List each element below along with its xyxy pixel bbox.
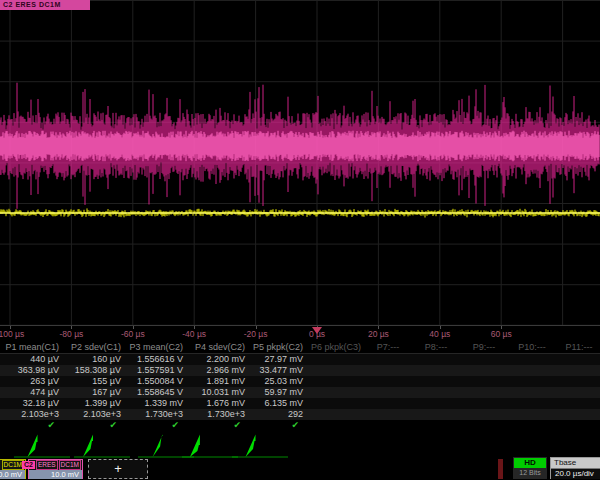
measure-cell: 25.03 mV bbox=[250, 376, 308, 387]
c2-coupling-badge: DC1M bbox=[59, 460, 81, 470]
measure-cell bbox=[412, 376, 460, 387]
measure-cell bbox=[364, 409, 412, 420]
measure-cell: 440 µV bbox=[0, 354, 64, 365]
measure-cell: 155 µV bbox=[64, 376, 126, 387]
measure-cell bbox=[364, 354, 412, 365]
time-axis-label: 20 µs bbox=[356, 329, 400, 339]
time-axis-tick bbox=[440, 326, 441, 329]
measure-cell bbox=[364, 365, 412, 376]
add-trace-button[interactable]: + bbox=[88, 459, 148, 479]
measure-cell: 2.103e+3 bbox=[64, 409, 126, 420]
measure-header-p3[interactable]: P3 mean(C2) bbox=[126, 341, 188, 353]
measure-cell bbox=[556, 354, 600, 365]
measure-header-p4[interactable]: P4 sdev(C2) bbox=[188, 341, 250, 353]
time-axis-tick bbox=[501, 326, 502, 329]
measure-header-p8[interactable]: P8:--- bbox=[412, 341, 460, 353]
measure-status-icon bbox=[556, 420, 600, 431]
measure-status-icon: ✔ bbox=[188, 420, 250, 431]
measure-cell bbox=[308, 354, 364, 365]
measure-header-p11[interactable]: P11:--- bbox=[556, 341, 600, 353]
measure-row-min: 263 µV155 µV1.550084 V1.891 mV25.03 mV bbox=[0, 376, 600, 387]
measure-cell bbox=[508, 354, 556, 365]
bit-depth-label: 12 Bits bbox=[513, 468, 547, 478]
measure-cell bbox=[412, 365, 460, 376]
measure-status-icon bbox=[412, 420, 460, 431]
waveform-grid[interactable]: C2 ERES DC1M bbox=[0, 0, 600, 326]
measure-cell bbox=[460, 365, 508, 376]
measure-header-p6[interactable]: P6 pkpk(C3) bbox=[308, 341, 364, 353]
measure-header-p9[interactable]: P9:--- bbox=[460, 341, 508, 353]
measure-cell bbox=[308, 376, 364, 387]
measure-cell: 59.97 mV bbox=[250, 387, 308, 398]
measure-cell: 1.891 mV bbox=[188, 376, 250, 387]
measure-status-icon bbox=[364, 420, 412, 431]
timebase-descriptor[interactable]: Tbase 20.0 µs/div bbox=[550, 457, 600, 479]
measure-cell bbox=[308, 409, 364, 420]
time-axis-tick bbox=[256, 326, 257, 329]
hd-mode-block[interactable]: HD 12 Bits bbox=[513, 457, 547, 479]
measure-cell bbox=[412, 387, 460, 398]
measure-cell: 1.730e+3 bbox=[126, 409, 188, 420]
measure-header-p2[interactable]: P2 sdev(C1) bbox=[64, 341, 126, 353]
measure-cell bbox=[460, 398, 508, 409]
measure-status-icon bbox=[508, 420, 556, 431]
timebase-value: 20.0 µs/div bbox=[551, 469, 600, 479]
measure-cell: 158.308 µV bbox=[64, 365, 126, 376]
measure-cell bbox=[460, 354, 508, 365]
measure-cell bbox=[508, 398, 556, 409]
measure-cell: 1.730e+3 bbox=[188, 409, 250, 420]
measure-cell: 1.676 mV bbox=[188, 398, 250, 409]
measure-cell: 1.339 mV bbox=[126, 398, 188, 409]
measurement-table: P1 mean(C1)P2 sdev(C1)P3 mean(C2)P4 sdev… bbox=[0, 341, 600, 431]
measure-header-p1[interactable]: P1 mean(C1) bbox=[0, 341, 64, 353]
measure-status-icon: ✔ bbox=[0, 420, 64, 431]
time-axis-label: -20 µs bbox=[234, 329, 278, 339]
measure-status-icon bbox=[460, 420, 508, 431]
measure-header-p10[interactable]: P10:--- bbox=[508, 341, 556, 353]
measure-header-p5[interactable]: P5 pkpk(C2) bbox=[250, 341, 308, 353]
measure-cell: 263 µV bbox=[0, 376, 64, 387]
time-axis-tick bbox=[133, 326, 134, 329]
measure-cell bbox=[308, 365, 364, 376]
measure-cell bbox=[508, 376, 556, 387]
measure-row-num: 2.103e+32.103e+31.730e+31.730e+3292 bbox=[0, 409, 600, 420]
measure-cell: 1.399 µV bbox=[64, 398, 126, 409]
time-axis-label: -100 µs bbox=[0, 329, 32, 339]
measure-row-sdev: 32.18 µV1.399 µV1.339 mV1.676 mV6.135 mV bbox=[0, 398, 600, 409]
measure-row-mean: 363.98 µV158.308 µV1.557591 V2.966 mV33.… bbox=[0, 365, 600, 376]
measure-cell bbox=[508, 365, 556, 376]
time-axis-tick bbox=[71, 326, 72, 329]
trigger-position-marker[interactable] bbox=[312, 327, 322, 334]
c1-coupling-badge: DC1M bbox=[2, 460, 24, 470]
measure-cell: 160 µV bbox=[64, 354, 126, 365]
timebase-title: Tbase bbox=[551, 458, 600, 469]
measure-header-p7[interactable]: P7:--- bbox=[364, 341, 412, 353]
time-axis-label: -60 µs bbox=[111, 329, 155, 339]
measure-status-icon bbox=[308, 420, 364, 431]
measure-cell: 10.031 mV bbox=[188, 387, 250, 398]
channel-descriptor-c2[interactable]: C2 ERES DC1M 10.0 mV bbox=[28, 459, 83, 479]
c2-channel-badge: C2 bbox=[22, 461, 35, 469]
measure-cell bbox=[364, 387, 412, 398]
measure-cell bbox=[308, 398, 364, 409]
time-axis: -100 µs-80 µs-60 µs-40 µs-20 µs0 µs20 µs… bbox=[0, 326, 600, 340]
measure-cell bbox=[508, 409, 556, 420]
time-axis-line bbox=[0, 325, 600, 326]
c1-volts-per-div: 10.0 mV bbox=[0, 470, 25, 479]
measure-row-max: 474 µV167 µV1.558645 V10.031 mV59.97 mV bbox=[0, 387, 600, 398]
measure-cell: 292 bbox=[250, 409, 308, 420]
measure-cell bbox=[556, 409, 600, 420]
measure-cell bbox=[364, 376, 412, 387]
trace-label-badge[interactable]: C2 ERES DC1M bbox=[0, 0, 90, 10]
measure-cell: 1.556616 V bbox=[126, 354, 188, 365]
clipped-descriptor-edge bbox=[498, 459, 503, 479]
measure-cell bbox=[308, 387, 364, 398]
measure-cell bbox=[460, 387, 508, 398]
hd-badge: HD bbox=[514, 458, 546, 468]
measure-cell bbox=[556, 387, 600, 398]
time-axis-label: -80 µs bbox=[49, 329, 93, 339]
measure-cell bbox=[460, 409, 508, 420]
measure-row-value: 440 µV160 µV1.556616 V2.200 mV27.97 mV bbox=[0, 354, 600, 365]
time-axis-label: 40 µs bbox=[418, 329, 462, 339]
measure-cell bbox=[556, 365, 600, 376]
